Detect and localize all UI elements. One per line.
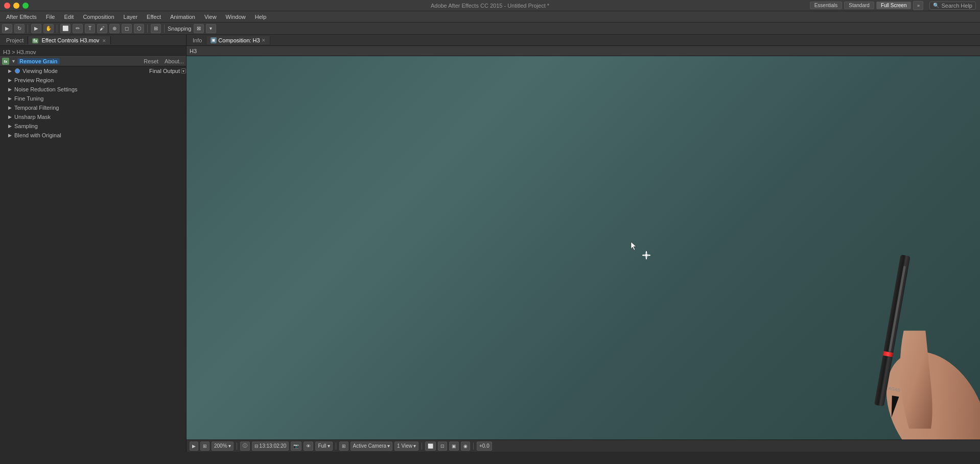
effect-controls-panel: H3 > H3.mov fx ▼ Remove Grain Reset Abou… (0, 46, 186, 452)
tool-eraser[interactable]: ◻ (122, 24, 132, 33)
maximize-traffic-light[interactable] (22, 3, 29, 9)
camera-view-value: Active Camera (353, 443, 387, 449)
menu-file[interactable]: File (42, 13, 59, 21)
tool-zoom[interactable]: ⬜ (60, 24, 71, 33)
temporal-filtering-label: Temporal Filtering (14, 105, 186, 111)
timecode-display[interactable]: ⊟ 13:13:02:20 (252, 442, 289, 451)
viewing-mode-dropdown-arrow[interactable]: ▾ (181, 68, 186, 74)
preview-region-arrow[interactable]: ▶ (8, 78, 13, 83)
workspace-essentials-btn[interactable]: Essentials (810, 2, 843, 9)
close-comp-tab-icon[interactable]: ✕ (262, 38, 266, 43)
tool-select[interactable]: ▶ (2, 24, 12, 33)
temporal-filtering-arrow[interactable]: ▶ (8, 105, 13, 110)
workspace-more-btn[interactable]: » (913, 1, 923, 10)
tool-pen[interactable]: ✏ (73, 24, 83, 33)
close-effect-tab-icon[interactable]: ✕ (102, 38, 106, 43)
plus-value-display[interactable]: +0.0 (477, 442, 492, 451)
unsharp-mask-arrow[interactable]: ▶ (8, 114, 13, 119)
left-panel: Project fx Effect Controls H3.mov ✕ H3 >… (0, 35, 186, 452)
transparency-grid-btn[interactable]: ⊞ (339, 442, 348, 451)
tab-effect-controls[interactable]: fx Effect Controls H3.mov ✕ (28, 36, 111, 44)
effect-reset-btn[interactable]: Reset (144, 58, 158, 64)
window-title: Adobe After Effects CC 2015 - Untitled P… (431, 3, 549, 9)
viewing-mode-value: Final Output (149, 68, 180, 74)
menu-animation[interactable]: Animation (166, 13, 199, 21)
show-snapshot-btn[interactable]: 👁 (304, 442, 313, 451)
frame-blending-btn[interactable]: ▣ (449, 442, 459, 451)
viewing-mode-arrow[interactable]: ▶ (8, 68, 13, 74)
tool-clone[interactable]: ⊕ (109, 24, 120, 33)
camera-dropdown-icon: ▾ (387, 443, 390, 449)
tool-rotate[interactable]: ↻ (14, 24, 25, 33)
effect-name[interactable]: Remove Grain (17, 58, 60, 64)
resolution-control[interactable]: Full ▾ (315, 442, 332, 451)
sampling-arrow[interactable]: ▶ (8, 124, 13, 129)
menu-view[interactable]: View (200, 13, 221, 21)
info-icon-btn[interactable]: ⓘ (240, 442, 250, 451)
comp-name-label: H3 (190, 48, 197, 54)
effect-toggle-arrow[interactable]: ▼ (11, 59, 16, 64)
property-unsharp-mask: ▶ Unsharp Mask (0, 112, 186, 121)
status-render-btn[interactable]: ⊞ (200, 442, 209, 451)
active-camera-control[interactable]: Active Camera ▾ (351, 442, 393, 451)
menu-composition[interactable]: Composition (79, 13, 118, 21)
status-sep-1 (237, 443, 237, 450)
tool-roto[interactable]: ⬡ (134, 24, 144, 33)
noise-reduction-arrow[interactable]: ▶ (8, 87, 13, 92)
blend-original-label: Blend with Original (14, 132, 186, 138)
viewing-mode-icon (14, 68, 20, 74)
tab-info[interactable]: Info (189, 36, 206, 44)
tool-pan[interactable]: ✋ (43, 24, 54, 33)
workspace-buttons: Essentials Standard Full Screen » (810, 1, 924, 10)
workspace-standard-btn[interactable]: Standard (844, 2, 874, 9)
snapping-toggle[interactable]: ⊠ (194, 24, 204, 33)
tool-brush[interactable]: 🖌 (97, 24, 107, 33)
search-help-label: Search Help (941, 3, 972, 9)
toolbar-sep-4 (164, 25, 165, 33)
menu-aftereffects[interactable]: After Effects (2, 13, 41, 21)
menu-layer[interactable]: Layer (120, 13, 142, 21)
status-preview-btn[interactable]: ▶ (190, 442, 198, 451)
menu-edit[interactable]: Edit (60, 13, 78, 21)
workspace-fullscreen-btn[interactable]: Full Screen (876, 2, 912, 9)
snapshot-btn[interactable]: 📷 (291, 442, 301, 451)
right-area: Info ▣ Composition: H3 ✕ H3 (186, 35, 980, 452)
composition-background: AGAS (186, 56, 980, 439)
snapping-options[interactable]: ▾ (206, 24, 216, 33)
close-traffic-light[interactable] (4, 3, 10, 9)
effect-about-btn[interactable]: About... (165, 58, 184, 64)
status-sep-3 (422, 443, 422, 450)
fine-tuning-label: Fine Tuning (14, 95, 186, 102)
property-preview-region: ▶ Preview Region (0, 76, 186, 85)
search-icon: 🔍 (933, 3, 939, 8)
render-quality-btn[interactable]: ⬜ (425, 442, 436, 451)
canvas-area[interactable]: AGAS (186, 56, 980, 439)
minimize-traffic-light[interactable] (13, 3, 19, 9)
title-bar-right: Essentials Standard Full Screen » 🔍 Sear… (810, 1, 976, 10)
property-sampling: ▶ Sampling (0, 121, 186, 131)
viewing-mode-dropdown[interactable]: Final Output ▾ (149, 68, 186, 74)
tab-effect-controls-label: Effect Controls H3.mov (41, 37, 99, 43)
arrow-cursor (630, 241, 637, 250)
toolbar-sep-2 (57, 25, 57, 33)
blend-original-arrow[interactable]: ▶ (8, 133, 13, 138)
status-bar: ▶ ⊞ 200% ▾ ⓘ ⊟ 13:13:02:20 📷 👁 Full ▾ ⊞ … (186, 439, 980, 452)
tool-text[interactable]: T (85, 24, 95, 33)
tool-puppet[interactable]: ⊞ (151, 24, 161, 33)
search-help-input[interactable]: 🔍 Search Help (929, 2, 976, 10)
traffic-lights (4, 3, 29, 9)
menu-window[interactable]: Window (222, 13, 250, 21)
tab-composition[interactable]: ▣ Composition: H3 ✕ (206, 36, 270, 44)
layer-path-text: H3 > H3.mov (3, 49, 36, 55)
noise-reduction-label: Noise Reduction Settings (14, 86, 186, 92)
tab-project[interactable]: Project (2, 36, 28, 44)
fine-tuning-arrow[interactable]: ▶ (8, 96, 13, 101)
motion-blur-btn[interactable]: ⊡ (438, 442, 447, 451)
zoom-control[interactable]: 200% ▾ (212, 442, 234, 451)
color-correction-btn[interactable]: ◉ (461, 442, 470, 451)
view-layout-control[interactable]: 1 View ▾ (394, 442, 418, 451)
tool-camera[interactable]: ▶ (31, 24, 41, 33)
menu-effect[interactable]: Effect (143, 13, 165, 21)
right-panel-tabs: Info ▣ Composition: H3 ✕ (186, 35, 980, 46)
menu-help[interactable]: Help (251, 13, 271, 21)
